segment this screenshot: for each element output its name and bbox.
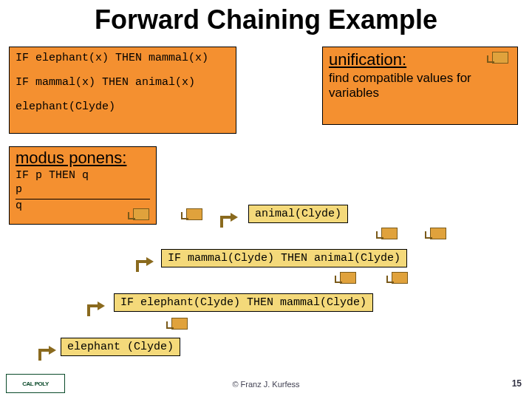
svg-marker-0	[231, 213, 238, 222]
flag-icon	[171, 318, 188, 332]
step-elephant-fact: elephant (Clyde)	[61, 338, 180, 356]
flag-icon	[340, 272, 356, 287]
up-arrow-icon	[34, 341, 59, 362]
rule-2: IF mammal(x) THEN animal(x)	[16, 76, 230, 90]
modus-line-3: q	[16, 199, 150, 214]
flag-icon	[381, 228, 398, 242]
step-animal: animal(Clyde)	[248, 205, 348, 223]
unification-box: unification: find compatible values for …	[322, 47, 518, 125]
rule-fact: elephant(Clyde)	[16, 100, 230, 115]
page-number: 15	[512, 378, 522, 389]
unification-heading: unification:	[329, 50, 511, 69]
svg-marker-1	[146, 257, 154, 266]
modus-line-2: p	[16, 183, 150, 197]
flag-icon	[186, 208, 202, 223]
up-arrow-icon	[216, 208, 241, 229]
modus-heading: modus ponens:	[16, 149, 150, 168]
up-arrow-icon	[83, 297, 108, 318]
up-arrow-icon	[132, 253, 157, 273]
svg-marker-2	[98, 301, 105, 310]
rule-1: IF elephant(x) THEN mammal(x)	[16, 52, 230, 66]
modus-line-1: IF p THEN q	[16, 169, 150, 183]
slide-title: Forward Chaining Example	[0, 0, 532, 35]
step-mammal-rule: IF mammal(Clyde) THEN animal(Clyde)	[161, 249, 407, 267]
flag-icon	[492, 52, 519, 62]
copyright: © Franz J. Kurfess	[0, 380, 532, 389]
unification-desc: find compatible values for variables	[329, 71, 511, 100]
footer: CAL POLY © Franz J. Kurfess 15	[0, 371, 532, 393]
rules-box: IF elephant(x) THEN mammal(x) IF mammal(…	[9, 47, 236, 134]
flag-icon	[133, 208, 149, 223]
slide: Forward Chaining Example IF elephant(x) …	[0, 0, 532, 399]
flag-icon	[430, 228, 446, 242]
svg-marker-3	[49, 346, 56, 355]
flag-icon	[392, 272, 408, 287]
step-elephant-rule: IF elephant(Clyde) THEN mammal(Clyde)	[114, 293, 373, 312]
